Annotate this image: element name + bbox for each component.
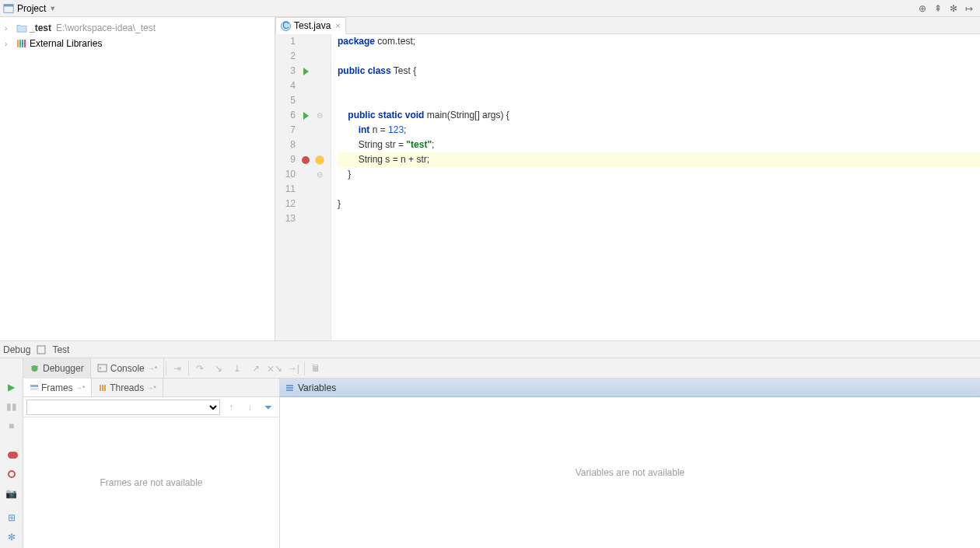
thread-selector[interactable] (26, 400, 220, 415)
text-token: main(String[] args) { (424, 110, 509, 120)
gutter-line[interactable]: 2 (275, 49, 331, 64)
editor-tabbar: C Test.java × (275, 17, 980, 34)
resume-button[interactable]: ▮▮ (3, 398, 20, 415)
scroll-from-source-icon[interactable]: ⊕ (915, 1, 930, 16)
code-line[interactable] (338, 211, 980, 226)
gutter-line[interactable]: 1 (275, 34, 331, 49)
gutter-line[interactable]: 12 (275, 197, 331, 211)
collapse-all-icon[interactable]: ⇞ (930, 1, 946, 16)
tree-external-libraries[interactable]: › External Libraries (0, 36, 275, 51)
code-line[interactable]: } (338, 197, 980, 211)
variables-pane: Variables Variables are not available (280, 379, 980, 548)
main-area: › _test E:\workspace-idea\_test › Extern… (0, 17, 980, 340)
code-line[interactable]: String s = n + str; (338, 152, 980, 167)
gutter-line[interactable]: 10⊖ (275, 167, 331, 182)
intention-bulb-icon[interactable] (316, 156, 324, 164)
gutter-line[interactable]: 13 (275, 211, 331, 226)
breakpoint-icon[interactable] (302, 156, 310, 164)
frames-pane: Frames →* Threads →* ↑ ↓ ⏷ Frames are no… (23, 379, 280, 548)
close-tab-icon[interactable]: × (335, 21, 340, 30)
threads-subtab[interactable]: Threads →* (92, 379, 163, 396)
gutter-line[interactable]: 6⊖ (275, 108, 331, 123)
gear-icon[interactable]: ✻ (946, 1, 961, 16)
console-tab[interactable]: Console →* (91, 358, 165, 379)
code-line[interactable]: } (338, 167, 980, 182)
step-over-button[interactable]: ↷ (191, 359, 209, 378)
svg-text:C: C (282, 21, 289, 31)
threads-icon (98, 383, 107, 393)
variables-icon (285, 382, 295, 393)
gutter-line[interactable]: 9 (275, 152, 331, 167)
gutter-line[interactable]: 4 (275, 79, 331, 93)
bug-icon (30, 363, 40, 373)
gutter-line[interactable]: 7 (275, 123, 331, 138)
code-line[interactable]: String str = "test"; (338, 138, 980, 152)
hide-icon[interactable]: ↦ (961, 1, 977, 16)
svg-rect-3 (19, 40, 21, 47)
run-to-cursor-button[interactable]: →| (284, 359, 303, 378)
run-icon[interactable] (303, 68, 309, 75)
tree-root-node[interactable]: › _test E:\workspace-idea\_test (0, 20, 275, 36)
code-line[interactable]: int n = 123; (338, 123, 980, 138)
run-icon[interactable] (303, 112, 309, 120)
debugger-right: Debugger Console →* ⇥ ↷ ↘ ⤓ ↗ ⨯↘ →| 🖩 (23, 358, 980, 548)
filter-frames-button[interactable]: ⏷ (261, 400, 276, 415)
svg-rect-5 (24, 40, 26, 47)
settings-button[interactable]: ✻ (3, 529, 20, 546)
file-tab-test[interactable]: C Test.java × (275, 17, 346, 34)
chevron-down-icon: ▼ (49, 5, 56, 12)
view-breakpoints-button[interactable] (3, 446, 20, 463)
debugger-panel: ▶ ▮▮ ■ 📷 ⊞ ✻ Debugger Console →* ⇥ ↷ ↘ ⤓ (0, 358, 980, 548)
code-line[interactable]: public static void main(String[] args) { (338, 108, 980, 123)
gutter-line[interactable]: 5 (275, 93, 331, 108)
svg-rect-16 (286, 387, 293, 389)
gutter-line[interactable]: 8 (275, 138, 331, 152)
debugger-tab[interactable]: Debugger (23, 358, 91, 379)
code-content[interactable]: package com.test;public class Test { pub… (331, 34, 980, 340)
text-token: ; (432, 139, 434, 150)
evaluate-expression-button[interactable]: 🖩 (306, 359, 325, 378)
line-number: 2 (275, 49, 299, 64)
code-line[interactable] (338, 93, 980, 108)
gutter-line[interactable]: 3 (275, 64, 331, 79)
frames-toolbar: ↑ ↓ ⏷ (23, 397, 279, 417)
fold-icon[interactable]: ⊖ (317, 167, 323, 182)
keyword-token: package (338, 36, 375, 47)
code-editor[interactable]: 123456⊖78910⊖111213 package com.test;pub… (275, 34, 980, 340)
stop-button[interactable]: ■ (3, 417, 20, 435)
line-number: 8 (275, 138, 299, 152)
drop-frame-button[interactable]: ⨯↘ (265, 359, 284, 378)
keyword-token: public (348, 110, 375, 120)
step-into-button[interactable]: ↘ (209, 359, 228, 378)
variables-header[interactable]: Variables (280, 379, 980, 397)
next-frame-button[interactable]: ↓ (242, 400, 257, 415)
rerun-button[interactable]: ▶ (3, 379, 20, 396)
restore-layout-button[interactable]: ⊞ (3, 509, 20, 526)
console-icon (97, 363, 107, 373)
svg-rect-13 (30, 385, 38, 387)
fold-icon[interactable]: ⊖ (317, 108, 323, 123)
code-line[interactable]: package com.test; (338, 34, 980, 49)
code-line[interactable] (338, 49, 980, 64)
prev-frame-button[interactable]: ↑ (223, 400, 239, 415)
mute-breakpoints-button[interactable] (3, 466, 20, 483)
frames-pane-tabs: Frames →* Threads →* (23, 379, 279, 397)
svg-rect-8 (37, 346, 45, 354)
test-label[interactable]: Test (52, 344, 69, 355)
code-line[interactable] (338, 182, 980, 197)
debug-label[interactable]: Debug (3, 344, 30, 355)
run-marker (299, 112, 313, 120)
fold-slot: ⊖ (313, 108, 327, 123)
gutter-line[interactable]: 11 (275, 182, 331, 197)
frames-subtab[interactable]: Frames →* (23, 379, 92, 396)
step-out-button[interactable]: ↗ (247, 359, 265, 378)
line-number: 4 (275, 79, 299, 93)
project-view-selector[interactable]: Project ▼ (3, 3, 56, 14)
code-line[interactable] (338, 79, 980, 93)
force-step-into-button[interactable]: ⤓ (228, 359, 247, 378)
code-line[interactable]: public class Test { (338, 64, 980, 79)
show-execution-point-button[interactable]: ⇥ (168, 359, 187, 378)
text-token: ; (404, 124, 406, 135)
get-thread-dump-button[interactable]: 📷 (3, 485, 20, 502)
chevron-right-icon: › (5, 24, 14, 33)
